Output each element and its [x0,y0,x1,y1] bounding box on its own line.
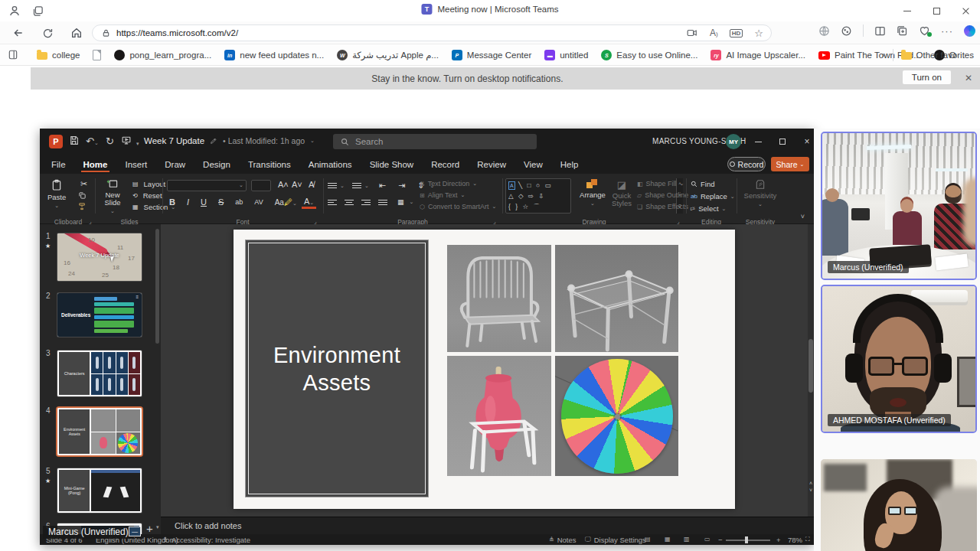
slide-thumbnail-3[interactable]: Characters [57,350,142,396]
accessibility-status[interactable]: Accessibility: Investigate [162,536,250,544]
ribbon-tab-home[interactable]: Home [83,157,109,172]
previous-next-slide-buttons[interactable]: ˄˅ [808,480,814,494]
slide-thumbnail-1[interactable]: 16101117182425Week 7 Update [57,233,142,281]
ribbon-tab-review[interactable]: Review [476,157,507,172]
align-right-icon[interactable] [361,200,371,205]
ppt-minimize-button[interactable] [746,129,770,155]
zoom-out-icon[interactable]: − [718,536,723,544]
text-direction-button[interactable]: ⇅Text Direction⌄ [420,180,496,187]
highlight-color-icon[interactable]: 🖉⌄ [282,197,299,207]
current-slide[interactable]: Environment Assets [234,230,735,509]
ribbon-tab-help[interactable]: Help [560,157,580,172]
bookmark-item[interactable]: innew feed updates n... [224,50,324,60]
normal-view-icon[interactable]: ▤ [645,536,651,543]
thumbnail-scrollbar[interactable] [155,229,159,344]
increase-indent-icon[interactable]: ⇥ [396,181,407,191]
ribbon-tab-view[interactable]: View [523,157,544,172]
strikethrough-button[interactable]: S [216,197,226,207]
align-text-button[interactable]: ⊞Align Text⌄ [420,191,496,199]
refresh-icon[interactable] [38,25,57,41]
avatar[interactable]: MY [726,134,741,149]
reading-view-icon[interactable]: ▥ [684,536,690,543]
slide-thumbnail-2[interactable]: Deliverables≡ [57,293,142,337]
other-favorites[interactable]: Other favorites [901,51,974,60]
notes-pane[interactable]: Click to add notes [161,517,814,534]
bookmark-item[interactable]: PMessage Center [452,50,531,60]
back-icon[interactable] [9,25,28,41]
document-title[interactable]: Week 7 Update • Last Modified: 1h ago ⌄ [144,136,315,145]
ribbon-tab-file[interactable]: File [51,157,67,172]
window-close-button[interactable] [956,2,975,19]
ribbon-tab-design[interactable]: Design [202,157,231,172]
bookmark-item[interactable]: SEasy to use Online... [601,50,697,60]
overlay-minimize-icon[interactable]: — [129,527,141,536]
collections-icon[interactable] [897,25,908,37]
underline-button[interactable]: U [198,197,209,207]
font-size-input[interactable] [251,180,271,191]
bookmark-item[interactable]: ryAI Image Upscaler... [710,50,805,60]
font-name-dropdown-icon[interactable]: ⌄ [239,182,243,188]
tab-actions-icon[interactable] [29,3,46,18]
tab-camera-icon[interactable] [686,28,698,38]
align-center-icon[interactable] [345,200,354,205]
video-tile-3[interactable] [821,459,977,551]
window-minimize-button[interactable] [897,2,917,19]
present-icon[interactable] [121,135,132,145]
clear-formatting-icon[interactable]: A̸ [306,180,316,189]
ribbon-tab-animations[interactable]: Animations [308,157,353,172]
ribbon-tab-transitions[interactable]: Transitions [247,157,292,172]
new-slide-button[interactable]: New Slide⌄ [98,178,127,214]
canvas-scrollbar[interactable] [808,224,814,517]
video-tile-2[interactable]: AHMED MOSTAFA (Unverified) [821,285,977,433]
ribbon-tab-draw[interactable]: Draw [164,157,186,172]
ribbon-tab-insert[interactable]: Insert [124,157,148,172]
table-image[interactable] [555,245,678,352]
zoom-level[interactable]: 78% [788,536,802,544]
italic-button[interactable]: I [185,197,191,207]
favorite-star-icon[interactable]: ☆ [754,28,763,39]
profile-icon[interactable] [6,3,23,18]
restart-icon[interactable]: ↻ [106,135,114,148]
read-aloud-icon[interactable]: A) [710,28,718,38]
turn-on-button[interactable]: Turn on [903,70,951,84]
copilot-icon[interactable] [964,25,975,37]
font-color-icon[interactable]: A⌄ [302,197,316,209]
overlay-new-slide-icon[interactable]: + [146,522,153,535]
bookmark-item[interactable]: pong_learn_progra... [114,50,211,60]
collapse-ribbon-icon[interactable]: ˅ [801,213,805,220]
slide-sorter-view-icon[interactable]: ▦ [665,536,671,543]
bookmark-item[interactable] [93,50,101,60]
slideshow-view-icon[interactable]: ▭ [704,536,710,543]
split-screen-icon[interactable] [874,25,886,37]
window-maximize-button[interactable] [926,2,946,19]
slide-thumbnail-5[interactable]: Mini-Game (Pong) [57,468,142,513]
notes-toggle[interactable]: ≜Notes [549,536,577,544]
format-painter-icon[interactable] [78,202,90,210]
qat-customize-icon[interactable]: ▾ [136,138,139,150]
zoom-in-icon[interactable]: + [776,536,781,544]
font-name-input[interactable] [167,180,247,191]
numbering-icon[interactable]: ⌄ [352,183,369,189]
ribbon-tab-slide-show[interactable]: Slide Show [369,157,415,172]
sensitivity-button[interactable]: Sensitivity⌄ [743,178,778,207]
extensions-globe-icon[interactable] [818,25,830,37]
ppt-restore-button[interactable] [770,129,795,155]
video-tile-1[interactable]: Marcus (Unverified) [821,132,977,280]
overlay-caret-icon[interactable]: ▾ [156,524,159,530]
record-button[interactable]: Record [727,157,766,171]
paste-button[interactable]: Paste⌄ [47,178,66,209]
shrink-font-icon[interactable]: A˅ [289,180,305,189]
bullets-icon[interactable]: ⌄ [328,183,345,189]
copy-icon[interactable] [78,191,90,200]
sidebar-toggle-icon[interactable] [8,49,18,60]
find-button[interactable]: Find [691,180,735,188]
columns-icon[interactable]: ▦⌄ [395,198,413,206]
slide-title-box[interactable]: Environment Assets [245,240,429,497]
bench-image[interactable] [447,245,551,352]
convert-smartart-button[interactable]: ⬡Convert to SmartArt⌄ [420,203,496,210]
slide-thumbnail-4[interactable]: Environment Assets [57,408,142,455]
subscript-ab-button[interactable]: ab [233,198,245,206]
browser-tab[interactable]: T Meeting now | Microsoft Teams [421,4,558,15]
spiral-image[interactable] [555,356,678,476]
jug-image[interactable] [447,356,551,476]
